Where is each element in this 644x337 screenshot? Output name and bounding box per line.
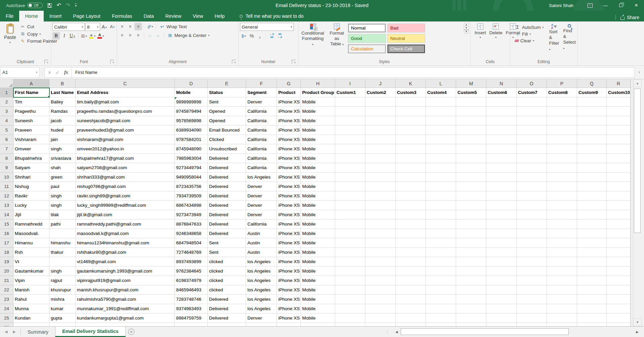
cell[interactable] — [426, 126, 456, 135]
cell[interactable] — [456, 276, 486, 285]
cell[interactable] — [365, 126, 396, 135]
cell[interactable] — [335, 267, 365, 276]
cell[interactable] — [607, 323, 631, 326]
wrap-text-button[interactable]: ↩Wrap Text — [158, 24, 188, 30]
cell[interactable]: clicked — [208, 267, 246, 276]
cell[interactable]: Custom9 — [577, 88, 607, 97]
cell[interactable]: khusrupur — [49, 285, 76, 295]
cell[interactable]: Ramnathredd — [13, 220, 49, 229]
cell[interactable] — [517, 135, 547, 144]
cell[interactable] — [396, 97, 426, 107]
cell[interactable]: suneeshjacob@gmail.com — [76, 116, 175, 126]
cell[interactable] — [365, 304, 396, 314]
cell[interactable] — [335, 116, 365, 126]
accounting-format-button[interactable]: $▾ — [240, 32, 247, 40]
gallery-scroll-up-icon[interactable]: ▲ — [464, 23, 469, 27]
number-format-select[interactable]: General▾ — [240, 23, 294, 31]
cell[interactable]: vishnaram@gmail.com — [76, 135, 175, 144]
cell[interactable]: Austin — [246, 248, 277, 257]
cell[interactable] — [547, 238, 577, 248]
cell[interactable] — [607, 295, 631, 304]
cell[interactable]: 8984759759 — [175, 314, 208, 323]
row-header-25[interactable]: 25 — [0, 314, 13, 323]
cell[interactable]: iPhone XS — [277, 144, 301, 154]
align-bottom-button[interactable]: ≡ — [134, 23, 142, 30]
row-header-2[interactable]: 2 — [0, 97, 13, 107]
cell[interactable] — [486, 229, 517, 238]
cell[interactable]: Mobile — [301, 267, 335, 276]
cell[interactable] — [335, 163, 365, 173]
cell[interactable] — [426, 314, 456, 323]
cell[interactable] — [577, 229, 607, 238]
redo-button[interactable]: ↷ — [66, 3, 70, 8]
column-header-K[interactable]: K — [396, 79, 426, 88]
cell[interactable] — [456, 191, 486, 201]
cell[interactable] — [426, 201, 456, 210]
column-header-H[interactable]: H — [301, 79, 335, 88]
cell[interactable] — [456, 144, 486, 154]
cell[interactable] — [426, 107, 456, 116]
cell[interactable] — [426, 144, 456, 154]
font-size-select[interactable]: 8▾ — [85, 23, 100, 31]
align-left-button[interactable]: ≡ — [118, 32, 126, 39]
cell[interactable]: bhupalmehra17@gmail.com — [76, 154, 175, 163]
cell[interactable]: Rahul — [13, 295, 49, 304]
cell[interactable]: manish.khusrupur@gmail.com — [76, 285, 175, 295]
cell[interactable] — [547, 97, 577, 107]
cell[interactable] — [577, 276, 607, 285]
cell[interactable] — [426, 154, 456, 163]
cancel-icon[interactable]: × — [48, 70, 51, 75]
cell[interactable] — [577, 154, 607, 163]
cell[interactable]: 9762384645 — [175, 267, 208, 276]
cell[interactable]: shah — [49, 163, 76, 173]
cell[interactable]: clicked — [208, 276, 246, 285]
cell[interactable]: Mobile — [301, 276, 335, 285]
cell[interactable]: Rsh — [13, 248, 49, 257]
cell[interactable] — [365, 107, 396, 116]
cell[interactable]: 9374983493 — [175, 304, 208, 314]
cell[interactable] — [517, 97, 547, 107]
cell[interactable] — [577, 210, 607, 220]
cell[interactable] — [486, 238, 517, 248]
italic-button[interactable]: I — [61, 32, 68, 40]
cell[interactable] — [486, 267, 517, 276]
horizontal-scrollbar[interactable]: ◀ ▶ — [394, 328, 640, 335]
cell[interactable] — [396, 201, 426, 210]
cell[interactable]: Custom7 — [517, 88, 547, 97]
cell[interactable]: Mobile — [301, 97, 335, 107]
cell[interactable] — [396, 285, 426, 295]
cell[interactable]: Segment — [246, 88, 277, 97]
cell[interactable]: 8465946493 — [175, 285, 208, 295]
insert-function-icon[interactable]: fx — [64, 70, 68, 75]
cell[interactable]: iPhone XS — [277, 154, 301, 163]
tab-splitter-grip[interactable]: ⋮ — [385, 327, 390, 337]
row-header-22[interactable]: 22 — [0, 285, 13, 295]
cell[interactable]: Clicked — [208, 135, 246, 144]
cell[interactable] — [607, 304, 631, 314]
cell[interactable]: Delivered — [208, 295, 246, 304]
cell[interactable]: rajput — [49, 276, 76, 285]
cell[interactable] — [547, 191, 577, 201]
cell[interactable]: iPhone XS — [277, 201, 301, 210]
cell[interactable]: Custom10 — [607, 88, 631, 97]
cell[interactable]: Last Name — [49, 88, 76, 97]
cell[interactable] — [517, 126, 547, 135]
cell[interactable] — [396, 126, 426, 135]
column-header-Q[interactable]: Q — [577, 79, 607, 88]
cell[interactable]: Delivered — [208, 154, 246, 163]
row-header-1[interactable]: 1 — [0, 88, 13, 97]
gallery-scroll-down-icon[interactable]: ▼ — [464, 27, 469, 30]
cell[interactable]: Kundan — [13, 314, 49, 323]
ribbon-tab-view[interactable]: View — [187, 11, 209, 21]
ribbon-tab-review[interactable]: Review — [160, 11, 187, 21]
cell[interactable] — [456, 220, 486, 229]
cell[interactable] — [577, 135, 607, 144]
cell[interactable] — [396, 248, 426, 257]
column-header-J[interactable]: J — [365, 79, 396, 88]
minimize-button[interactable]: — — [598, 0, 613, 11]
cell[interactable]: Sent — [208, 97, 246, 107]
cell[interactable]: los Angeles — [246, 295, 277, 304]
cell[interactable]: Mobile — [301, 163, 335, 173]
row-header-5[interactable]: 5 — [0, 126, 13, 135]
row-header-24[interactable]: 24 — [0, 304, 13, 314]
